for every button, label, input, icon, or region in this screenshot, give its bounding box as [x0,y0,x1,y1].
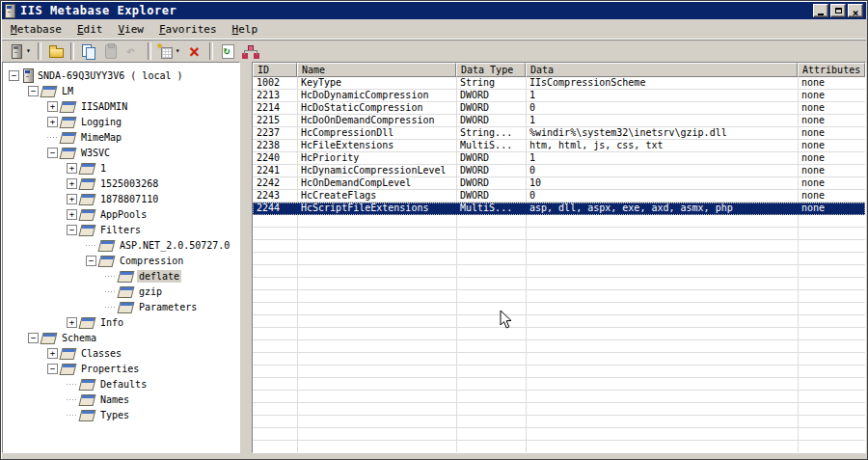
minimize-button[interactable] [813,4,828,17]
key-icon [61,363,75,374]
tree-item[interactable]: − Schema [3,330,239,345]
expander-icon[interactable]: − [9,70,19,81]
expander-icon[interactable]: − [86,256,96,266]
expander-icon[interactable]: − [47,364,58,374]
column-header-data[interactable]: Data [526,63,798,77]
cell-type: DWORD [456,190,526,202]
expander-icon[interactable]: + [47,101,58,112]
menu-edit[interactable]: Edit [69,21,111,38]
tree-item[interactable]: Parameters [3,299,239,314]
expander-icon [67,410,77,420]
menu-metabase[interactable]: Metabase [3,21,69,38]
tree-item[interactable]: + Logging [3,114,239,129]
tree-item[interactable]: − SNDA-69Q3UYY3V6 ( local ) [3,68,239,83]
expander-icon[interactable]: + [67,194,77,204]
main-content: − SNDA-69Q3UYY3V6 ( local ) − LM + IISAD… [2,62,866,453]
cell-data: asp, dll, aspx, exe, axd, asmx, php [526,203,798,214]
expander-icon[interactable]: + [47,117,58,127]
pane-splitter[interactable] [240,62,252,453]
tree-item-label: Schema [60,332,98,344]
delete-button[interactable] [184,41,205,61]
tree-item[interactable]: + 1525003268 [3,176,239,191]
tree-view-button[interactable] [239,41,260,61]
column-header-name[interactable]: Name [297,63,456,77]
expander-icon[interactable]: − [28,86,39,96]
menu-bar: Metabase Edit View Favorites Help [2,20,866,40]
tree-item[interactable]: deflate [3,268,239,284]
menu-view[interactable]: View [110,21,151,38]
expander-icon[interactable]: + [67,178,77,189]
maximize-button[interactable] [830,4,846,17]
table-row[interactable]: 2238 HcFileExtensions MultiS... htm, htm… [253,140,865,152]
tree-item[interactable]: − LM [3,83,239,98]
table-row[interactable]: 2243 HcCreateFlags DWORD 0 none [253,190,865,203]
tree-item[interactable]: Types [3,407,239,422]
refresh-button[interactable] [217,41,238,61]
delete-icon [187,43,203,59]
tree-item[interactable]: + Classes [3,345,239,361]
tree-item[interactable]: + IISADMIN [3,98,239,114]
column-header-id[interactable]: ID [253,63,297,77]
close-icon [853,2,859,20]
refresh-icon [220,43,235,59]
expander-icon[interactable]: − [47,148,58,158]
copy-button[interactable] [78,41,99,61]
column-header-type[interactable]: Data Type [456,63,526,77]
expander-icon [105,286,116,297]
dropdown-arrow-icon[interactable]: ▾ [26,47,31,55]
table-row[interactable]: 2241 HcDynamicCompressionLevel DWORD 0 n… [253,165,865,177]
dropdown-arrow-icon[interactable]: ▾ [176,47,180,55]
table-row[interactable]: 2214 HcDoStaticCompression DWORD 0 none [253,102,865,115]
expander-icon[interactable]: + [47,348,58,359]
table-row[interactable]: 2242 HcOnDemandCompLevel DWORD 10 none [253,177,865,190]
cell-name: HcDynamicCompressionLevel [297,165,456,176]
cell-data: 1 [526,152,798,164]
tree-item[interactable]: + AppPools [3,206,239,222]
export-button[interactable] [45,41,67,61]
cell-attributes: none [798,165,865,176]
tree-item[interactable]: − Compression [3,253,239,268]
tree-item[interactable]: + Info [3,314,239,330]
tree-item[interactable]: ASP.NET_2.0.50727.0 [3,237,239,253]
tree-item[interactable]: MimeMap [3,129,239,145]
cell-type: DWORD [456,152,526,164]
metabase-tree: − SNDA-69Q3UYY3V6 ( local ) − LM + IISAD… [2,62,240,453]
list-body: 1002 KeyType String IIsCompressionScheme… [253,77,865,452]
title-bar[interactable]: IIS Metabase Explorer [2,2,866,19]
expander-icon[interactable]: + [67,317,77,328]
tree-item[interactable]: Defaults [3,376,239,392]
expander-icon[interactable]: − [67,225,77,235]
tree-item[interactable]: − Properties [3,361,239,376]
tree-item[interactable]: + 1878807110 [3,191,239,206]
tree-item[interactable]: gzip [3,284,239,299]
close-button[interactable] [848,4,863,17]
expander-icon[interactable]: + [67,209,77,220]
cell-name: HcScriptFileExtensions [297,203,456,214]
column-header-attributes[interactable]: Attributes [798,63,865,77]
expander-icon [105,302,116,312]
cell-attributes: none [798,140,865,151]
table-row[interactable]: 2213 HcDoDynamicCompression DWORD 1 none [253,90,865,102]
menu-help[interactable]: Help [225,21,266,38]
tree-item[interactable]: − Filters [3,222,239,237]
key-icon [80,162,95,174]
tree-item-label: 1525003268 [98,177,160,190]
menu-favorites[interactable]: Favorites [151,21,225,38]
app-icon [4,4,17,17]
key-icon [99,239,114,251]
table-row[interactable]: 2244 HcScriptFileExtensions MultiS... as… [253,203,865,215]
table-row[interactable]: 2237 HcCompressionDll String... %windir%… [253,127,865,140]
tree-item[interactable]: − W3SVC [3,145,239,160]
expander-icon[interactable]: − [28,333,39,343]
connect-server-button[interactable]: ▾ [6,41,34,61]
cell-attributes: none [798,190,865,202]
tree-item-label: SNDA-69Q3UYY3V6 ( local ) [36,69,185,82]
expander-icon[interactable]: + [67,163,77,174]
cell-id: 2237 [253,127,297,139]
tree-item[interactable]: + 1 [3,160,239,176]
tree-item[interactable]: Names [3,392,239,407]
table-row[interactable]: 1002 KeyType String IIsCompressionScheme… [253,77,865,90]
table-row[interactable]: 2240 HcPriority DWORD 1 none [253,152,865,165]
table-row[interactable]: 2215 HcDoOnDemandCompression DWORD 1 non… [253,115,865,127]
new-key-button[interactable]: ▾ [155,41,183,61]
